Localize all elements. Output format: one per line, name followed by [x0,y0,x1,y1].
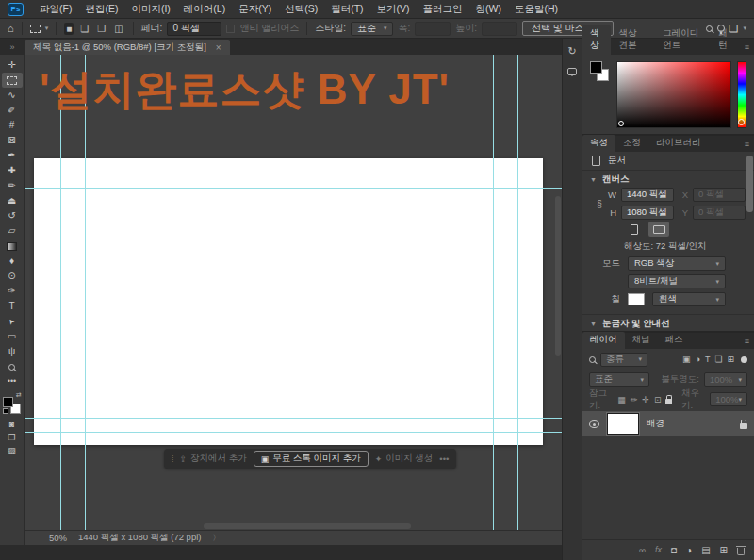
color-mode-select[interactable]: RGB 색상▾ [628,256,726,271]
clone-stamp-tool[interactable]: ⏏ [2,193,23,208]
canvas-area[interactable]: '설치완료스샷 BY JT' ⁞ ⇪ 장치에서 추가 ▣ 무료 스톡 이미지 추… [25,55,562,530]
canvas-width-input[interactable]: 1440 픽셀 [621,188,674,202]
foreground-background-colors[interactable]: ⇄ [3,393,22,414]
history-panel-icon[interactable]: ↻ [567,46,576,57]
properties-scrollbar[interactable] [746,156,753,212]
brush-tool[interactable]: ✏ [2,178,23,193]
collapse-toolbar-icon[interactable]: » [0,42,25,55]
guide-horizontal[interactable] [25,188,562,189]
canvas-x-input[interactable]: 0 픽셀 [693,188,746,202]
width-input[interactable] [415,22,451,36]
spot-healing-brush-tool[interactable]: ✚ [2,163,23,178]
color-panel-swatches[interactable] [590,61,611,128]
canvas-height-input[interactable]: 1080 픽셀 [621,206,674,220]
menu-item[interactable]: 도움말(H) [508,1,565,18]
filter-adjustment-layers-icon[interactable]: ◑ [695,354,699,364]
taskbar-more-button[interactable]: ••• [439,453,449,464]
style-select[interactable]: 표준▾ [351,22,394,36]
rulers-guides-section-header[interactable]: ▼ 눈금자 및 안내선 [582,314,754,331]
orientation-landscape-button[interactable] [648,222,669,237]
pen-tool[interactable]: ✑ [2,284,23,299]
antialias-checkbox[interactable] [226,25,235,33]
fill-input[interactable]: 100%▾ [710,392,747,406]
extra-tool-icon[interactable]: ▨ [2,444,23,457]
photoshop-logo-icon[interactable]: Ps [8,3,24,16]
blend-mode-select[interactable]: 표준▾ [589,372,649,387]
document-tab[interactable]: 제목 없음-1 @ 50% (RGB/8#) [크기 조정됨] × [25,40,230,55]
layer-visibility-eye-icon[interactable] [589,420,599,428]
horizontal-scrollbar[interactable] [204,523,411,529]
discover-lightbulb-icon[interactable] [717,25,725,32]
vertical-scrollbar[interactable] [555,196,561,356]
swap-colors-icon[interactable]: ⇄ [16,391,22,399]
search-icon[interactable] [706,25,713,32]
bit-depth-select[interactable]: 8비트/채널▾ [628,274,726,288]
comments-panel-icon[interactable] [567,68,577,75]
lasso-tool[interactable]: ∿ [2,88,23,103]
filter-shape-layers-icon[interactable]: ❏ [714,354,722,364]
filter-pixel-layers-icon[interactable]: ▣ [682,354,691,364]
guide-vertical[interactable] [85,55,86,530]
taskbar-drag-handle[interactable]: ⁞ [172,454,173,464]
add-to-selection-icon[interactable]: ❏ [78,23,90,35]
delete-layer-trash-icon[interactable] [737,548,745,555]
screen-mode-icon[interactable]: ❐ [2,431,23,444]
dodge-tool[interactable]: ⊙ [2,269,23,284]
generate-image-button[interactable]: ✦ 이미지 생성 [375,453,434,465]
add-from-device-button[interactable]: ⇪ 장치에서 추가 [180,453,247,465]
close-tab-icon[interactable]: × [216,42,221,53]
tab-properties[interactable]: 속성 [582,135,615,152]
lock-all-icon[interactable] [665,399,671,404]
hand-tool[interactable]: ψ [2,344,23,359]
menu-item[interactable]: 문자(Y) [232,1,278,18]
eyedropper-tool[interactable]: ✒ [2,148,23,163]
guide-vertical[interactable] [60,55,61,530]
eraser-tool[interactable]: ▱ [2,223,23,239]
status-arrow-icon[interactable]: 〉 [212,533,220,543]
foreground-color-swatch[interactable] [590,61,602,74]
orientation-portrait-button[interactable] [624,222,645,237]
move-tool[interactable]: ✛ [2,58,23,73]
chevron-down-icon[interactable]: ▾ [743,25,746,32]
panel-menu-icon[interactable]: ≡ [740,337,754,349]
tab-libraries[interactable]: 라이브러리 [648,135,709,152]
canvas-y-input[interactable]: 0 픽셀 [693,206,746,220]
tab-patterns[interactable]: 패턴 [711,25,739,55]
feather-input[interactable]: 0 픽셀 [167,22,221,36]
frame-tool[interactable]: ⊠ [2,133,23,148]
menu-item[interactable]: 보기(V) [370,1,417,18]
menu-item[interactable]: 편집(E) [78,1,124,18]
layer-filter-kind-select[interactable]: 종류▾ [600,353,647,367]
link-dimensions-icon[interactable]: § [592,199,607,209]
new-layer-icon[interactable]: ⊞ [720,546,728,555]
new-selection-icon[interactable]: ■ [64,23,74,35]
color-field[interactable] [616,61,731,128]
opacity-input[interactable]: 100%▾ [704,372,747,387]
chevron-down-icon[interactable]: ▾ [45,25,49,32]
rectangular-marquee-tool[interactable] [2,73,23,88]
guide-vertical[interactable] [493,55,494,530]
tab-layers[interactable]: 레이어 [582,332,625,349]
tab-swatches[interactable]: 색상 견본 [611,25,655,55]
edit-toolbar-ellipsis-icon[interactable]: ••• [2,374,23,387]
add-layer-mask-icon[interactable]: ◘ [671,546,677,555]
quick-mask-icon[interactable]: ◙ [2,418,23,431]
hue-slider-handle[interactable] [738,119,745,125]
quick-selection-tool[interactable]: ✐ [2,103,23,118]
type-tool[interactable]: T [2,299,23,314]
guide-vertical[interactable] [517,55,518,530]
zoom-level[interactable]: 50% [49,533,67,543]
tab-channels[interactable]: 채널 [625,332,658,349]
default-colors-icon[interactable] [3,408,8,414]
lock-transparent-pixels-icon[interactable]: ▦ [617,395,626,404]
layer-filter-toggle[interactable] [741,356,747,363]
subtract-from-selection-icon[interactable]: ❐ [95,23,107,35]
guide-horizontal[interactable] [25,432,562,433]
menu-item[interactable]: 이미지(I) [124,1,176,18]
tab-paths[interactable]: 패스 [658,332,691,349]
lock-artboard-icon[interactable]: ⊡ [654,395,662,404]
canvas-section-header[interactable]: ▼ 캔버스 [582,171,754,188]
height-input[interactable] [482,22,517,36]
tab-gradients[interactable]: 그레이디언트 [655,25,711,55]
canvas-fill-select[interactable]: 흰색▾ [652,292,726,306]
